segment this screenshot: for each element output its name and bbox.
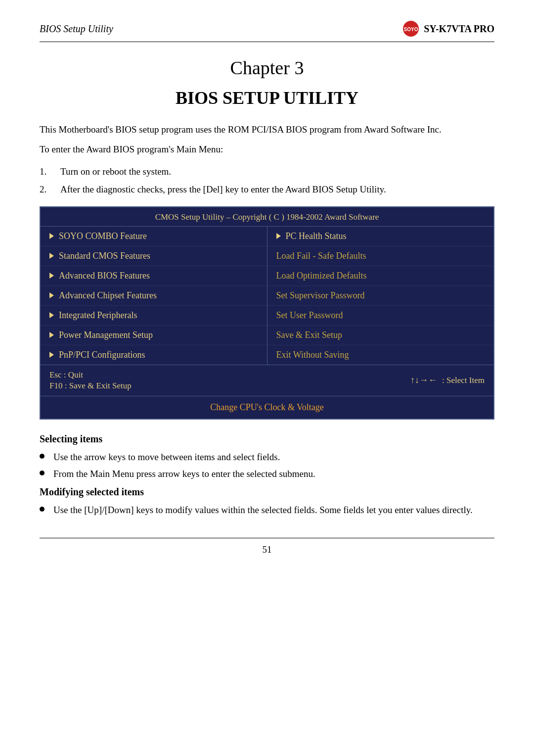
bios-item-label: Set Supervisor Password [276,290,365,301]
product-name: SY-K7VTA PRO [424,23,494,35]
bios-item-label: Load Fail - Safe Defaults [276,251,366,261]
footer-esc: Esc : Quit [49,370,132,380]
arrow-right-icon [49,253,54,259]
bios-left-col: SOYO COMBO FeatureStandard CMOS Features… [41,227,267,365]
arrow-right-icon [49,273,54,279]
selecting-item-1: Use the arrow keys to move between items… [40,450,494,465]
step-1: 1. Turn on or reboot the system. [40,164,494,179]
arrow-right-icon [49,292,54,298]
step-num-2: 2. [40,182,53,197]
header-right: SOYO SY-K7VTA PRO [402,20,494,38]
bios-item-label: Save & Exit Setup [276,330,343,340]
bios-right-item-4[interactable]: Set User Password [267,306,494,326]
steps-list: 1. Turn on or reboot the system. 2. Afte… [40,164,494,197]
bios-left-item-5[interactable]: Power Management Setup [41,326,267,345]
bios-right-item-2[interactable]: Load Optimized Defaults [267,266,494,286]
bios-right-item-3[interactable]: Set Supervisor Password [267,286,494,306]
arrow-right-icon [49,352,54,358]
bios-menu: SOYO COMBO FeatureStandard CMOS Features… [41,227,493,365]
main-title: BIOS SETUP UTILITY [40,88,494,108]
selecting-text-2: From the Main Menu press arrow keys to e… [53,467,315,481]
soyo-logo-icon: SOYO [402,20,420,38]
bios-box-header: CMOS Setup Utility – Copyright ( C ) 198… [41,207,493,227]
modifying-list: Use the [Up]/[Down] keys to modify value… [40,503,494,518]
header-title: BIOS Setup Utility [40,23,113,35]
arrow-right-icon [49,233,54,239]
bios-footer-left: Esc : Quit F10 : Save & Exit Setup [49,370,132,391]
bios-left-item-6[interactable]: PnP/PCI Configurations [41,345,267,365]
selecting-text-1: Use the arrow keys to move between items… [53,450,280,465]
bullet-icon-2 [40,471,44,475]
bios-left-item-4[interactable]: Integrated Peripherals [41,306,267,326]
bios-item-label: Advanced BIOS Features [59,271,150,281]
selecting-heading: Selecting items [40,433,494,445]
bios-item-label: Standard CMOS Features [59,251,150,261]
svg-text:SOYO: SOYO [404,27,418,32]
step-num-1: 1. [40,164,53,179]
selecting-item-2: From the Main Menu press arrow keys to e… [40,467,494,481]
bios-item-label: PnP/PCI Configurations [59,350,145,360]
bullet-icon-1 [40,454,44,459]
select-item-label: : Select Item [442,376,485,385]
nav-arrows-icon: ↑↓→← [410,375,437,385]
intro-para2: To enter the Award BIOS program's Main M… [40,142,494,157]
bios-item-label: Load Optimized Defaults [276,271,367,281]
footer-f10: F10 : Save & Exit Setup [49,381,132,391]
step-text-2: After the diagnostic checks, press the [… [60,182,386,197]
bios-item-label: PC Health Status [286,231,347,241]
bios-left-item-0[interactable]: SOYO COMBO Feature [41,227,267,246]
modifying-heading: Modifying selected items [40,486,494,498]
arrow-right-icon [49,332,54,338]
bios-item-label: Power Management Setup [59,330,153,340]
selecting-list: Use the arrow keys to move between items… [40,450,494,482]
bios-left-item-3[interactable]: Advanced Chipset Features [41,286,267,306]
bios-footer-right: ↑↓→← : Select Item [410,375,485,385]
bios-item-label: Integrated Peripherals [59,310,137,321]
bios-right-col: PC Health StatusLoad Fail - Safe Default… [267,227,494,365]
intro-para1: This Motherboard's BIOS setup program us… [40,122,494,137]
bios-item-label: Advanced Chipset Features [59,290,157,301]
arrow-right-icon [49,312,54,318]
bios-item-label: Set User Password [276,310,343,321]
bios-item-label: SOYO COMBO Feature [59,231,147,241]
page-number: 51 [263,544,272,555]
bios-right-item-0[interactable]: PC Health Status [267,227,494,246]
bios-left-item-1[interactable]: Standard CMOS Features [41,246,267,266]
bios-status-bar: Change CPU's Clock & Voltage [41,396,493,419]
bios-footer: Esc : Quit F10 : Save & Exit Setup ↑↓→← … [41,365,493,396]
bios-setup-box: CMOS Setup Utility – Copyright ( C ) 198… [40,206,494,420]
arrow-right-icon [276,233,281,239]
step-2: 2. After the diagnostic checks, press th… [40,182,494,197]
bios-right-item-1[interactable]: Load Fail - Safe Defaults [267,246,494,266]
page-header: BIOS Setup Utility SOYO SY-K7VTA PRO [40,20,494,42]
bios-right-item-6[interactable]: Exit Without Saving [267,345,494,365]
bullet-icon-3 [40,507,44,512]
bios-right-item-5[interactable]: Save & Exit Setup [267,326,494,345]
chapter-label: Chapter 3 [40,57,494,79]
page-footer: 51 [40,538,494,555]
step-text-1: Turn on or reboot the system. [60,164,171,179]
bios-left-item-2[interactable]: Advanced BIOS Features [41,266,267,286]
bios-item-label: Exit Without Saving [276,350,349,360]
modifying-text-1: Use the [Up]/[Down] keys to modify value… [53,503,473,518]
modifying-item-1: Use the [Up]/[Down] keys to modify value… [40,503,494,518]
